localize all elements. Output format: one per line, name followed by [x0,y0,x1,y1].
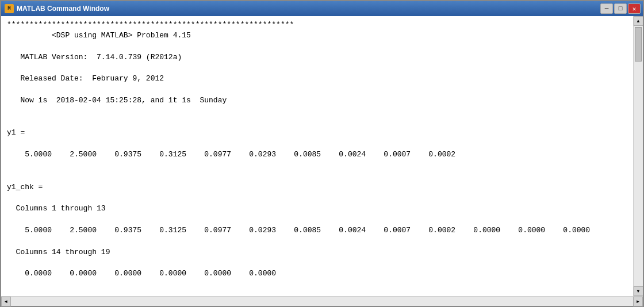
horizontal-scrollbar[interactable]: ◄ ► [1,296,643,306]
content-area: ****************************************… [1,16,643,296]
window-title: MATLAB Command Window [17,5,109,13]
window-controls: ─ □ ✕ [600,3,641,14]
matlab-window: M MATLAB Command Window ─ □ ✕ **********… [0,0,644,307]
scroll-left-arrow[interactable]: ◄ [1,297,11,306]
close-button[interactable]: ✕ [628,3,641,14]
matlab-icon: M [5,4,14,13]
horizontal-scroll-track[interactable] [11,297,633,306]
scroll-track[interactable] [634,26,643,286]
scroll-up-arrow[interactable]: ▲ [634,16,643,26]
scroll-right-arrow[interactable]: ► [633,297,643,306]
vertical-scrollbar[interactable]: ▲ ▼ [633,16,643,296]
scroll-down-arrow[interactable]: ▼ [634,286,643,296]
title-bar-left: M MATLAB Command Window [5,4,109,13]
command-window-output[interactable]: ****************************************… [1,16,633,296]
maximize-button[interactable]: □ [614,3,627,14]
scroll-thumb[interactable] [635,27,642,62]
minimize-button[interactable]: ─ [600,3,613,14]
title-bar: M MATLAB Command Window ─ □ ✕ [1,1,643,16]
